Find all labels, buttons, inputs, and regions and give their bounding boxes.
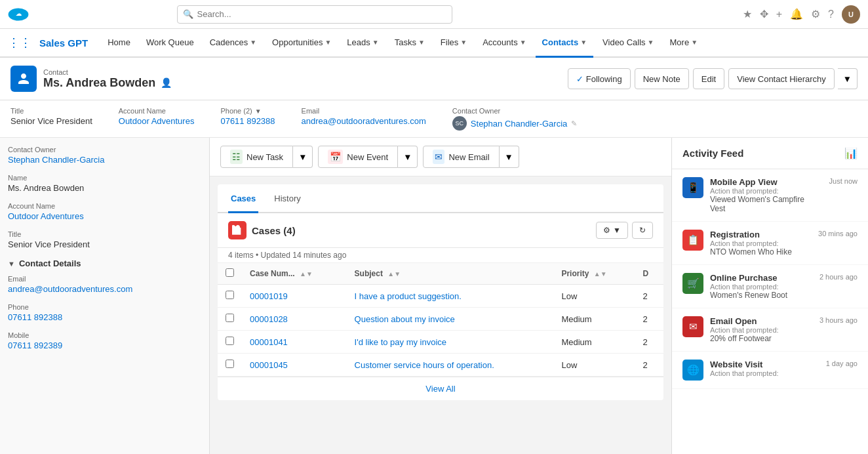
activity-type-icon: 🌐 [682,360,703,381]
new-task-button[interactable]: ☷ New Task [220,146,293,168]
check-icon: ✓ [576,74,583,84]
chevron-down-icon: ▼ [691,39,698,46]
new-event-button[interactable]: 📅 New Event [318,146,398,168]
following-button[interactable]: ✓ Following [568,68,631,89]
view-contact-hierarchy-button[interactable]: View Contact Hierarchy [728,68,835,89]
nav-label-more: More [670,37,690,47]
new-email-button[interactable]: ✉ New Email [423,146,499,168]
col-priority[interactable]: Priority ▲▼ [553,263,635,285]
nav-item-leads[interactable]: Leads ▼ [340,29,385,58]
header-actions: ✓ Following New Note Edit View Contact H… [568,68,858,89]
activity-item[interactable]: 📱 Mobile App View Action that prompted: … [672,169,868,222]
activity-item[interactable]: 🛒 Online Purchase Action that prompted: … [672,265,868,308]
content-area: ☷ New Task ▼ 📅 New Event ▼ ✉ [210,138,671,454]
sidebar-email-field: Email andrea@outdooradventures.com ✎ [8,275,201,294]
sidebar-phone-link[interactable]: 07611 892388 [8,312,62,322]
sidebar-account-link[interactable]: Outdoor Adventures [8,211,84,221]
new-event-dropdown[interactable]: ▼ [398,146,418,168]
owner-link[interactable]: Stephan Chandler-Garcia [471,119,567,129]
case-num-link[interactable]: 00001041 [250,337,288,347]
sidebar-phone-value: 07611 892388 ✎ [8,312,201,322]
col-d: D [635,263,663,285]
main-layout: Contact Owner Stephan Chandler-Garcia ✎ … [0,138,868,454]
sidebar-mobile-link[interactable]: 07611 892389 [8,340,62,350]
nav-item-opportunities[interactable]: Opportunities ▼ [266,29,338,58]
contact-details-section[interactable]: ▼ Contact Details [8,258,201,268]
phone-label: Phone (2) [220,107,252,115]
tab-history[interactable]: History [271,186,303,213]
case-num-link[interactable]: 00001028 [250,314,288,324]
nav-item-workqueue[interactable]: Work Queue [140,29,201,58]
cases-refresh-button[interactable]: ↻ [632,222,653,239]
chevron-down-icon: ▼ [418,39,425,46]
row-checkbox[interactable] [226,314,234,322]
activity-time: 3 hours ago [819,316,858,343]
view-all-link[interactable]: View All [425,384,455,394]
cases-settings-button[interactable]: ⚙ ▼ [596,222,628,239]
sidebar-email-link[interactable]: andrea@outdooradventures.com [8,284,132,294]
activity-item[interactable]: 📋 Registration Action that prompted: NTO… [672,222,868,265]
row-checkbox[interactable] [226,360,234,368]
activity-header: Activity Feed 📊 [672,138,868,169]
help-icon[interactable]: ? [828,9,834,20]
activity-action: Action that prompted: [710,283,813,291]
activity-item[interactable]: ✉ Email Open Action that prompted: 20% o… [672,308,868,352]
nav-item-home[interactable]: Home [101,29,137,58]
nav-item-more[interactable]: More ▼ [663,29,705,58]
nav-label-leads: Leads [347,37,370,47]
contact-name: Ms. Andrea Bowden 👤 [43,76,172,90]
col-subject[interactable]: Subject ▲▼ [347,263,554,285]
search-bar[interactable]: 🔍 [177,5,452,24]
sort-icon: ▲▼ [387,270,401,278]
activity-item[interactable]: 🌐 Website Visit Action that prompted: 1 … [672,352,868,389]
email-link[interactable]: andrea@outdooradventures.com [302,116,426,126]
salesforce-logo[interactable]: ☁ [8,4,29,25]
row-checkbox[interactable] [226,337,234,345]
app-menu-icon[interactable]: ⋮⋮ [8,35,31,50]
email-field: Email andrea@outdooradventures.com [302,107,426,131]
account-link[interactable]: Outdoor Adventures [119,116,195,126]
add-icon[interactable]: + [776,9,782,20]
sidebar-owner-link[interactable]: Stephan Chandler-Garcia [8,155,104,165]
case-num-link[interactable]: 00001045 [250,360,288,370]
row-priority-cell: Low [553,285,635,308]
star-icon[interactable]: ★ [743,8,752,20]
grid-icon[interactable]: ✥ [760,8,768,20]
title-value: Senior Vice President [10,116,92,126]
sidebar-account-field: Account Name Outdoor Adventures ✎ [8,202,201,221]
subject-link[interactable]: Question about my invoice [355,314,455,324]
new-task-dropdown[interactable]: ▼ [293,146,313,168]
edit-button[interactable]: Edit [693,68,724,89]
case-num-link[interactable]: 00001019 [250,291,288,301]
nav-item-contacts[interactable]: Contacts ▼ [536,29,594,58]
new-note-button[interactable]: New Note [635,68,689,89]
row-d-cell: 2 [635,331,663,354]
row-checkbox[interactable] [226,291,234,299]
nav-item-cadences[interactable]: Cadences ▼ [203,29,263,58]
nav-item-videocalls[interactable]: Video Calls ▼ [596,29,660,58]
phone-link[interactable]: 07611 892388 [220,116,275,126]
nav-item-accounts[interactable]: Accounts ▼ [476,29,532,58]
new-email-dropdown[interactable]: ▼ [500,146,519,168]
row-checkbox-cell [218,308,242,331]
gear-icon[interactable]: ⚙ [811,8,820,20]
gear-icon: ⚙ [603,226,610,235]
activity-type-icon: 📱 [682,177,703,198]
search-input[interactable] [197,9,446,19]
activity-detail: NTO Women Who Hike [710,247,812,257]
phone-expand-icon[interactable]: ▼ [255,108,262,115]
col-case-num[interactable]: Case Num... ▲▼ [242,263,347,285]
nav-item-tasks[interactable]: Tasks ▼ [388,29,431,58]
subject-link[interactable]: Customer service hours of operation. [355,360,494,370]
tab-cases[interactable]: Cases [228,186,258,213]
owner-edit-icon[interactable]: ✎ [571,119,577,128]
chart-icon[interactable]: 📊 [844,147,858,159]
header-more-button[interactable]: ▼ [838,68,858,89]
select-all-checkbox[interactable] [226,268,234,277]
subject-link[interactable]: I'd like to pay my invoice [355,337,447,347]
avatar[interactable]: U [842,5,860,24]
bell-icon[interactable]: 🔔 [790,8,803,20]
sort-icon: ▲▼ [594,270,607,278]
nav-item-files[interactable]: Files ▼ [434,29,473,58]
subject-link[interactable]: I have a product suggestion. [355,291,462,301]
